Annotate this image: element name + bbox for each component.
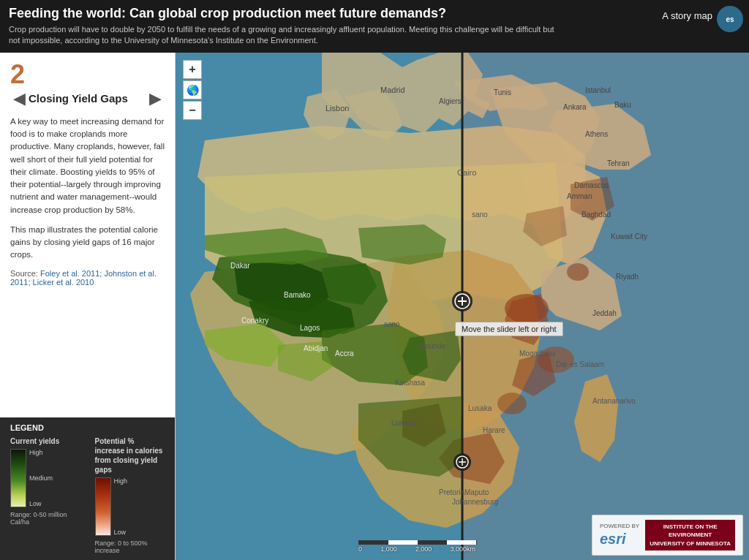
scale-2000: 2,000: [415, 545, 432, 553]
page-subtitle: Crop production will have to double by 2…: [9, 24, 557, 47]
potential-gradient: [95, 477, 111, 536]
scale-labels: 0 1,000 2,000 3,000km: [358, 545, 475, 553]
legend-potential: Potential % increase in calories from cl…: [95, 436, 165, 554]
svg-text:Kuwait City: Kuwait City: [611, 232, 647, 241]
page-title: Feeding the world: Can global crop produ…: [9, 6, 740, 21]
sidebar: 2 ◀ Closing Yield Gaps ▶ A key way to me…: [0, 53, 176, 560]
svg-text:Bamako: Bamako: [284, 291, 311, 299]
slide-title: Closing Yield Gaps: [29, 92, 146, 105]
legend-current-yields: Current yields High Medium Low Range: 0-…: [10, 436, 80, 554]
svg-text:Madrid: Madrid: [380, 86, 405, 94]
yields-labels: High Medium Low: [29, 449, 53, 507]
potential-range: Range: 0 to 500% increase: [95, 540, 165, 554]
legend: LEGEND Current yields High Medium Low R: [0, 417, 175, 560]
svg-text:Abidjan: Abidjan: [304, 344, 328, 352]
legend-title: LEGEND: [10, 423, 165, 432]
svg-text:Baghdad: Baghdad: [581, 211, 611, 219]
svg-text:Athens: Athens: [585, 130, 608, 138]
scale-3000: 3,000km: [450, 545, 475, 553]
scale-seg-1: [359, 540, 388, 545]
esri-branding: POWERED BY esri: [600, 523, 639, 547]
legend-yields-row: High Medium Low: [10, 449, 80, 509]
svg-text:Yaounde: Yaounde: [417, 342, 446, 350]
svg-text:Pretoria: Pretoria: [439, 488, 464, 496]
svg-text:Riyadh: Riyadh: [616, 273, 639, 281]
institute-line1: INSTITUTE ON THE: [650, 523, 731, 531]
legend-grid: Current yields High Medium Low Range: 0-…: [10, 436, 165, 554]
slide-number: 2: [10, 61, 165, 88]
map-branding: POWERED BY esri INSTITUTE ON THE ENVIRON…: [592, 515, 743, 556]
slider-tooltip: Move the slider left or right: [455, 322, 563, 336]
slide-body-2: This map illustrates the potential calor…: [10, 224, 165, 262]
svg-text:Dar es Salaam: Dar es Salaam: [556, 360, 604, 368]
svg-text:Lisbon: Lisbon: [325, 104, 349, 113]
university-name: UNIVERSITY OF MINNESOTA: [650, 540, 731, 548]
yields-low-label: Low: [29, 500, 53, 507]
svg-text:Damascus: Damascus: [574, 181, 609, 189]
svg-text:Dakar: Dakar: [230, 262, 250, 270]
scale-0: 0: [358, 545, 362, 553]
svg-text:Harare: Harare: [483, 426, 505, 434]
header: Feeding the world: Can global crop produ…: [0, 0, 749, 53]
svg-text:Cairo: Cairo: [457, 168, 476, 177]
potential-labels: High Low: [114, 477, 128, 536]
svg-text:Ankara: Ankara: [563, 103, 587, 111]
svg-text:Luanda: Luanda: [391, 419, 416, 427]
yields-range: Range: 0-50 million Cal/ha: [10, 511, 80, 526]
scale-seg-3: [418, 540, 447, 545]
svg-text:Baku: Baku: [614, 101, 631, 109]
prev-slide-button[interactable]: ◀: [10, 89, 29, 108]
svg-text:Johannesburg: Johannesburg: [452, 498, 498, 506]
svg-text:sano: sano: [472, 211, 488, 219]
umn-logo: INSTITUTE ON THE ENVIRONMENT UNIVERSITY …: [645, 520, 735, 550]
scale-seg-2: [388, 540, 418, 545]
yields-medium-label: Medium: [29, 474, 53, 482]
svg-text:Tehran: Tehran: [607, 159, 630, 167]
svg-text:Lagos: Lagos: [300, 324, 320, 332]
zoom-in-button[interactable]: +: [183, 60, 202, 79]
svg-text:Lusaka: Lusaka: [468, 404, 492, 412]
svg-text:Amman: Amman: [567, 192, 592, 200]
story-map-label: A story map: [662, 10, 712, 21]
svg-text:Mogadishu: Mogadishu: [519, 349, 555, 357]
yields-gradient: [10, 449, 26, 507]
svg-text:Accra: Accra: [335, 349, 354, 357]
svg-text:Conakry: Conakry: [241, 317, 268, 325]
svg-text:Tunis: Tunis: [494, 88, 511, 97]
svg-text:Maputo: Maputo: [464, 488, 489, 496]
svg-text:Algiers: Algiers: [439, 97, 462, 105]
potential-low-label: Low: [114, 529, 128, 536]
svg-text:sano: sano: [384, 320, 400, 328]
scale-bar: 0 1,000 2,000 3,000km: [358, 540, 477, 553]
slide-source: Source: Foley et al. 2011; Johnston et a…: [10, 269, 165, 287]
potential-high-label: High: [114, 477, 128, 485]
slide-nav: ◀ Closing Yield Gaps ▶: [10, 89, 165, 108]
svg-text:Antananarivo: Antananarivo: [592, 397, 636, 405]
globe-button[interactable]: 🌎: [183, 80, 202, 99]
map-svg: Madrid Lisbon Algiers Tunis Baku Istanbu…: [176, 53, 749, 560]
legend-yields-title: Current yields: [10, 436, 80, 446]
next-slide-button[interactable]: ▶: [146, 89, 165, 108]
map-area[interactable]: Madrid Lisbon Algiers Tunis Baku Istanbu…: [176, 53, 749, 560]
story-map-link[interactable]: A story map: [662, 10, 712, 21]
slide-body-1: A key way to meet increasing demand for …: [10, 116, 165, 216]
yields-high-label: High: [29, 449, 53, 456]
svg-text:Jeddah: Jeddah: [592, 309, 617, 317]
svg-point-4: [567, 263, 589, 281]
legend-potential-title: Potential % increase in calories from cl…: [95, 436, 165, 474]
sidebar-content: 2 ◀ Closing Yield Gaps ▶ A key way to me…: [0, 53, 175, 417]
svg-text:Kinshasa: Kinshasa: [395, 379, 426, 387]
institute-line2: ENVIRONMENT: [650, 531, 731, 539]
scale-bar-line: [358, 540, 477, 545]
powered-by-label: POWERED BY: [600, 523, 639, 530]
scale-seg-4: [447, 540, 476, 545]
zoom-out-button[interactable]: −: [183, 101, 202, 120]
svg-text:Istanbul: Istanbul: [585, 86, 611, 94]
main-layout: 2 ◀ Closing Yield Gaps ▶ A key way to me…: [0, 53, 749, 560]
legend-potential-row: High Low: [95, 477, 165, 537]
esri-logo: esri: [600, 531, 639, 548]
esri-header-logo: es: [717, 6, 743, 32]
map-controls: + 🌎 −: [183, 60, 202, 120]
svg-point-3: [497, 393, 527, 415]
scale-1000: 1,000: [380, 545, 397, 553]
